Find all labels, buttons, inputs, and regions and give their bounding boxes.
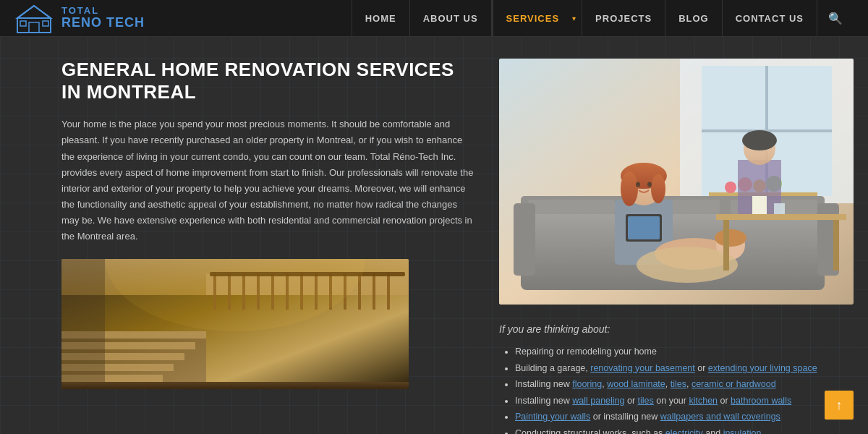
- electricity-link[interactable]: electricity: [665, 428, 703, 435]
- page-description: Your home is the place you spend your mo…: [61, 116, 477, 244]
- list-item: Repairing or remodeling your home: [515, 344, 854, 360]
- list-item: Conducting structural works, such as ele…: [515, 425, 854, 435]
- arrow-up-icon: ↑: [836, 398, 843, 413]
- chevron-down-icon: ▾: [572, 14, 582, 22]
- list-item: Installing new wall paneling or tiles on…: [515, 393, 854, 409]
- tiles2-link[interactable]: tiles: [638, 396, 654, 406]
- hero-image-container: [499, 59, 854, 305]
- bathroom-link[interactable]: bathroom walls: [731, 396, 791, 406]
- list-item: Building a garage, renovating your basem…: [515, 360, 854, 377]
- services-list: Repairing or remodeling your home Buildi…: [499, 344, 854, 434]
- logo-reno-tech: RENO TECH: [61, 16, 145, 30]
- svg-rect-22: [387, 273, 390, 310]
- wallpapers-link[interactable]: wallpapers and wall coverings: [660, 412, 780, 422]
- thinking-title: If you are thinking about:: [499, 323, 854, 335]
- scroll-to-top-button[interactable]: ↑: [825, 391, 854, 420]
- insulation-link[interactable]: insulation: [723, 428, 762, 435]
- flooring-link[interactable]: flooring: [572, 379, 602, 389]
- search-icon[interactable]: 🔍: [817, 12, 854, 25]
- svg-rect-30: [61, 259, 105, 389]
- thinking-section: If you are thinking about: Repairing or …: [499, 316, 854, 434]
- interior-image-svg: [61, 259, 409, 389]
- basement-link[interactable]: renovating your basement: [590, 363, 695, 373]
- hero-image-svg: [499, 59, 854, 305]
- main-content: GENERAL HOME RENOVATION SERVICES IN MONT…: [0, 37, 868, 434]
- painting-link[interactable]: Painting your walls: [515, 412, 590, 422]
- nav-services[interactable]: SERVICES: [493, 0, 573, 37]
- list-item: Installing new flooring, wood laminate, …: [515, 376, 854, 393]
- wall-paneling-link[interactable]: wall paneling: [572, 396, 624, 406]
- left-column: GENERAL HOME RENOVATION SERVICES IN MONT…: [61, 59, 477, 420]
- living-space-link[interactable]: extending your living space: [708, 363, 817, 373]
- logo[interactable]: RENO TECH TOTAL RENO TECH: [14, 2, 145, 35]
- svg-rect-32: [61, 382, 409, 389]
- nav-projects[interactable]: PROJECTS: [582, 0, 665, 37]
- nav-about[interactable]: ABOUT US: [410, 0, 492, 37]
- ceramic-link[interactable]: ceramic or hardwood: [692, 379, 776, 389]
- svg-rect-71: [499, 59, 854, 305]
- interior-image: [61, 259, 409, 389]
- main-nav: HOME ABOUT US SERVICES ▾ PROJECTS BLOG C…: [352, 0, 854, 37]
- nav-services-wrapper: SERVICES ▾: [492, 0, 583, 37]
- nav-contact[interactable]: CONTACT US: [723, 0, 817, 37]
- right-column: If you are thinking about: Repairing or …: [499, 59, 854, 420]
- kitchen-link[interactable]: kitchen: [689, 396, 718, 406]
- logo-icon: RENO TECH: [14, 2, 54, 35]
- svg-rect-21: [373, 273, 375, 310]
- laminate-link[interactable]: wood laminate: [607, 379, 665, 389]
- logo-text: TOTAL RENO TECH: [61, 6, 145, 30]
- nav-home[interactable]: HOME: [352, 0, 410, 37]
- logo-total: TOTAL: [61, 6, 145, 16]
- tiles-link[interactable]: tiles: [671, 379, 686, 389]
- list-item: Painting your walls or installing new wa…: [515, 409, 854, 425]
- site-header: RENO TECH TOTAL RENO TECH HOME ABOUT US …: [0, 0, 868, 37]
- nav-blog[interactable]: BLOG: [665, 0, 723, 37]
- page-title: GENERAL HOME RENOVATION SERVICES IN MONT…: [61, 59, 477, 103]
